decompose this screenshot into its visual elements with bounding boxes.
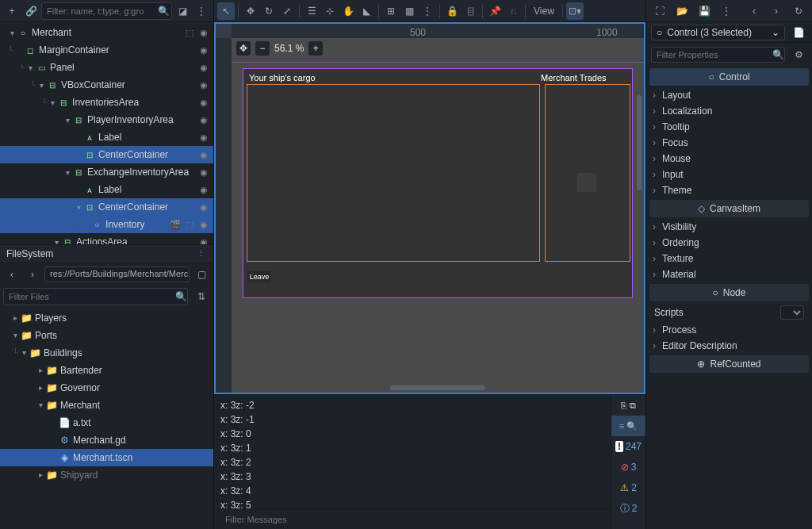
more-icon[interactable]: ⋮ bbox=[718, 2, 735, 20]
expand-icon[interactable]: ⛶ bbox=[651, 2, 668, 20]
warning-count[interactable]: !247 bbox=[611, 436, 645, 457]
scene-node-exchangeinventoryarea[interactable]: ▾⊟ExchangeInventoryArea◉ bbox=[0, 163, 213, 181]
v-scrollbar[interactable] bbox=[637, 95, 642, 190]
prop-group-process[interactable]: ›Process bbox=[649, 322, 809, 338]
pan-tool[interactable]: ✋ bbox=[339, 2, 357, 20]
editor-info-count[interactable]: ⓘ2 bbox=[611, 498, 645, 519]
back-button[interactable]: ‹ bbox=[3, 266, 21, 283]
save-icon[interactable]: 💾 bbox=[695, 2, 713, 20]
visibility-icon[interactable]: ◉ bbox=[197, 150, 210, 160]
pivot-tool[interactable]: ⊹ bbox=[321, 2, 339, 20]
player-inventory-rect[interactable] bbox=[247, 84, 540, 262]
visibility-icon[interactable]: ⬚ bbox=[183, 220, 196, 230]
list-tool[interactable]: ☰ bbox=[303, 2, 320, 20]
class-header-control[interactable]: ○Control bbox=[649, 68, 809, 86]
scene-node-playerinventoryarea[interactable]: ▾⊟PlayerInventoryArea◉ bbox=[0, 111, 213, 128]
class-header-node[interactable]: ○Node bbox=[649, 284, 809, 301]
fs-item-a-txt[interactable]: 📄a.txt bbox=[0, 414, 213, 431]
add-node-button[interactable]: + bbox=[3, 2, 21, 20]
error-count[interactable]: ⊘3 bbox=[611, 457, 645, 477]
search-icon[interactable]: 🔍 bbox=[769, 46, 787, 63]
zoom-fit-icon[interactable]: ✥ bbox=[236, 41, 251, 56]
view-menu[interactable]: View bbox=[529, 2, 559, 20]
select-tool[interactable]: ↖ bbox=[217, 2, 235, 20]
bone-tool[interactable]: 📌 bbox=[486, 2, 504, 20]
visibility-icon[interactable]: ◉ bbox=[197, 45, 210, 56]
prop-group-layout[interactable]: ›Layout bbox=[649, 87, 809, 103]
forward-button[interactable]: › bbox=[24, 266, 41, 283]
fs-item-buildings[interactable]: └▾📁Buildings bbox=[0, 344, 213, 362]
prop-group-focus[interactable]: ›Focus bbox=[649, 135, 809, 151]
scene-node-vboxcontainer[interactable]: └▾⊟VBoxContainer◉ bbox=[0, 76, 213, 94]
fs-filter-input[interactable] bbox=[3, 288, 188, 305]
output-log[interactable]: x: 3z: -2x: 3z: -1x: 3z: 0x: 3z: 1x: 3z:… bbox=[214, 395, 611, 508]
scale-tool[interactable]: ⤢ bbox=[278, 2, 296, 20]
fs-item-governor[interactable]: ▸📁Governor bbox=[0, 379, 213, 397]
prop-group-visibility[interactable]: ›Visibility bbox=[649, 219, 809, 235]
scene-node-centercontainer[interactable]: ▾⊡CenterContainer◉ bbox=[0, 198, 213, 216]
scene-node-label[interactable]: ᴀLabel◉ bbox=[0, 181, 213, 198]
inspector-body[interactable]: ○Control›Layout›Localization›Tooltip›Foc… bbox=[646, 67, 812, 529]
script-select[interactable] bbox=[780, 305, 804, 320]
panel-more-icon[interactable]: ⋮ bbox=[194, 248, 207, 259]
fs-item-merchant-tscn[interactable]: ◈Merchant.tscn bbox=[0, 449, 213, 466]
fs-item-ports[interactable]: ▾📁Ports bbox=[0, 327, 213, 344]
doc-icon[interactable]: 📄 bbox=[790, 24, 807, 41]
rotate-tool[interactable]: ↻ bbox=[260, 2, 278, 20]
scene-node-actionsarea[interactable]: ▾⊟ActionsArea◉ bbox=[0, 233, 213, 244]
move-tool[interactable]: ✥ bbox=[242, 2, 259, 20]
visibility-icon[interactable]: ◉ bbox=[197, 185, 210, 195]
filter-properties-input[interactable] bbox=[651, 47, 785, 63]
visibility-icon[interactable]: ◉ bbox=[197, 202, 210, 213]
prop-group-texture[interactable]: ›Texture bbox=[649, 251, 809, 266]
prop-group-ordering[interactable]: ›Ordering bbox=[649, 235, 809, 251]
visibility-icon[interactable]: ◉ bbox=[197, 28, 210, 38]
visibility-icon[interactable]: ◉ bbox=[197, 98, 210, 108]
visibility-icon[interactable]: ◉ bbox=[197, 167, 210, 178]
prop-group-theme[interactable]: ›Theme bbox=[649, 182, 809, 198]
zoom-out-button[interactable]: − bbox=[255, 41, 270, 56]
fs-path[interactable]: res://Ports/Buildings/Merchant/Merc bbox=[44, 266, 190, 282]
search-icon[interactable]: 🔍 bbox=[172, 288, 190, 305]
lock-tool[interactable]: 🔒 bbox=[443, 2, 461, 20]
selected-node-dropdown[interactable]: ○ Control (3 Selected) ⌄ bbox=[651, 25, 785, 40]
fs-item-merchant-gd[interactable]: ⚙Merchant.gd bbox=[0, 431, 213, 449]
filter-messages-input[interactable] bbox=[220, 511, 604, 528]
scene-node-merchant[interactable]: ▾○Merchant⬚◉ bbox=[0, 24, 213, 41]
ruler-tool[interactable]: ◣ bbox=[358, 2, 375, 20]
visibility-icon[interactable]: ◉ bbox=[197, 80, 210, 90]
layout-dropdown[interactable]: ⊡▾ bbox=[566, 2, 584, 20]
scene-node-panel[interactable]: └▾▭Panel◉ bbox=[0, 59, 213, 76]
link-icon[interactable]: 🔗 bbox=[22, 2, 40, 20]
visibility-icon[interactable]: ◉ bbox=[197, 63, 210, 73]
prop-group-mouse[interactable]: ›Mouse bbox=[649, 151, 809, 167]
fs-item-shipyard[interactable]: ▸📁Shipyard bbox=[0, 466, 213, 484]
search-icon[interactable]: 🔍 bbox=[155, 2, 172, 20]
fs-item-players[interactable]: ▸📁Players bbox=[0, 309, 213, 327]
zoom-in-button[interactable]: + bbox=[308, 41, 323, 56]
group-tool[interactable]: ⌸ bbox=[462, 2, 479, 20]
next-button[interactable]: › bbox=[768, 2, 785, 20]
prop-group-tooltip[interactable]: ›Tooltip bbox=[649, 119, 809, 135]
sort-icon[interactable]: ⇅ bbox=[193, 288, 210, 305]
visibility-icon[interactable]: ⬚ bbox=[183, 28, 196, 38]
fs-item-bartender[interactable]: ▸📁Bartender bbox=[0, 362, 213, 379]
filter-toggle[interactable]: ≡ 🔍 bbox=[611, 416, 645, 436]
inventory-slot[interactable] bbox=[577, 173, 596, 192]
visibility-icon[interactable]: ◉ bbox=[197, 237, 210, 244]
class-header-canvasitem[interactable]: ◇CanvasItem bbox=[649, 200, 809, 217]
scene-node-inventoriesarea[interactable]: └▾⊟InventoriesArea◉ bbox=[0, 94, 213, 111]
visibility-icon[interactable]: ◉ bbox=[197, 132, 210, 143]
fs-square-icon[interactable]: ▢ bbox=[193, 266, 210, 283]
history-icon[interactable]: ↻ bbox=[790, 2, 807, 20]
prop-group-material[interactable]: ›Material bbox=[649, 266, 809, 282]
class-header-refcounted[interactable]: ⊕RefCounted bbox=[649, 355, 809, 373]
scene-node-label[interactable]: ᴀLabel◉ bbox=[0, 128, 213, 146]
viewport[interactable]: 500 1000 Your ship's cargo Merchant Trad… bbox=[214, 22, 645, 394]
open-icon[interactable]: 📂 bbox=[673, 2, 691, 20]
settings-icon[interactable]: ⚙ bbox=[790, 46, 807, 63]
scene-node-centercontainer[interactable]: ⊡CenterContainer◉ bbox=[0, 146, 213, 163]
scene-node-margincontainer[interactable]: └◻MarginContainer◉ bbox=[0, 41, 213, 59]
filesystem-tree[interactable]: ▸📁Players▾📁Ports└▾📁Buildings▸📁Bartender▸… bbox=[0, 308, 213, 530]
prop-group-editor-description[interactable]: ›Editor Description bbox=[649, 338, 809, 354]
